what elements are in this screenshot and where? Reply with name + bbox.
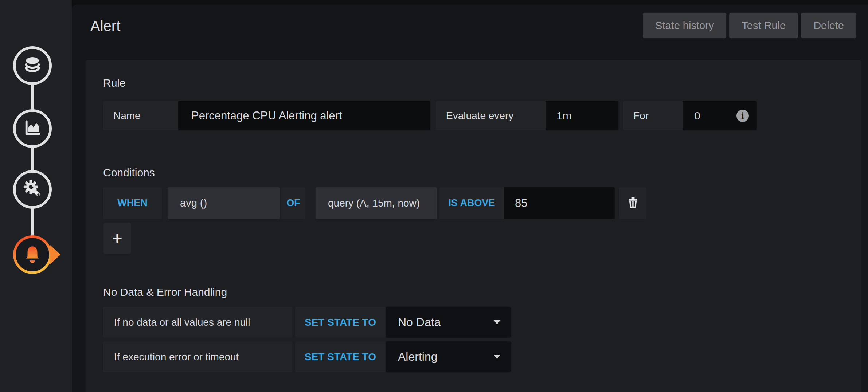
grafana-alert-editor: Alert State history Test Rule Delete Rul…: [0, 0, 868, 392]
rule-heading: Rule: [103, 77, 126, 89]
sidebar-item-alert[interactable]: [13, 235, 52, 274]
page-title: Alert: [90, 17, 120, 35]
execution-error-state-field: SET STATE TO Alerting: [295, 341, 511, 372]
for-input[interactable]: 0 i: [683, 101, 757, 130]
sidebar-item-visualization[interactable]: [13, 109, 52, 148]
query-value: query (A, 15m, now): [328, 197, 420, 209]
condition-when: WHEN: [103, 187, 162, 219]
settings-icon: [22, 178, 43, 201]
for-value: 0: [694, 110, 700, 122]
execution-error-label-text: If execution error or timeout: [114, 351, 239, 363]
for-field: For 0 i: [623, 101, 757, 130]
no-data-condition-label: If no data or all values are null: [103, 307, 292, 338]
connector-line: [31, 147, 34, 172]
is-above-keyword: IS ABOVE: [448, 197, 495, 209]
caret-down-icon: [494, 355, 500, 359]
sidebar-item-general[interactable]: [13, 170, 52, 209]
add-condition-button[interactable]: +: [103, 223, 131, 254]
trash-icon: [626, 196, 640, 210]
threshold-input[interactable]: 85: [504, 187, 615, 219]
condition-threshold-field: IS ABOVE 85: [439, 187, 615, 219]
of-keyword: OF: [286, 197, 300, 209]
execution-error-state-value: Alerting: [398, 350, 438, 364]
sidebar-item-queries[interactable]: [13, 46, 52, 85]
threshold-value: 85: [515, 197, 527, 210]
state-history-button[interactable]: State history: [643, 13, 726, 38]
when-keyword: WHEN: [117, 197, 148, 209]
connector-line: [31, 208, 34, 237]
no-data-label-text: If no data or all values are null: [114, 317, 250, 328]
evaluate-every-value: 1m: [556, 110, 572, 122]
graph-icon: [22, 118, 43, 140]
delete-button[interactable]: Delete: [801, 13, 856, 38]
name-input[interactable]: Percentage CPU Alerting alert: [178, 101, 430, 130]
panel-editor-tab-bar: [0, 0, 72, 392]
operator-dropdown[interactable]: IS ABOVE: [439, 187, 504, 219]
toolbar: State history Test Rule Delete: [643, 13, 856, 38]
evaluate-every-label: Evaluate every: [446, 110, 513, 122]
for-label: For: [633, 110, 649, 122]
name-input-value: Percentage CPU Alerting alert: [191, 109, 342, 122]
evaluate-every-input[interactable]: 1m: [546, 101, 618, 130]
execution-error-state-select[interactable]: Alerting: [386, 341, 511, 372]
no-data-heading: No Data & Error Handling: [103, 286, 227, 298]
set-state-to-keyword: SET STATE TO: [305, 351, 376, 363]
rule-name-field: Name Percentage CPU Alerting alert: [103, 101, 430, 130]
database-icon: [22, 55, 43, 77]
no-data-state-field: SET STATE TO No Data: [295, 307, 511, 338]
conditions-heading: Conditions: [103, 166, 155, 179]
name-label: Name: [113, 110, 141, 122]
connector-line: [31, 84, 34, 111]
condition-of: OF: [281, 187, 305, 219]
no-data-state-select[interactable]: No Data: [386, 307, 511, 338]
condition-aggregation-dropdown[interactable]: avg (): [168, 187, 280, 219]
delete-condition-button[interactable]: [619, 187, 646, 219]
alert-panel: Alert State history Test Rule Delete Rul…: [72, 5, 868, 392]
set-state-to-keyword: SET STATE TO: [305, 317, 376, 328]
alert-bell-icon: [23, 244, 42, 265]
aggregation-value: avg (): [180, 197, 207, 209]
evaluate-every-field: Evaluate every 1m: [436, 101, 618, 130]
execution-error-condition-label: If execution error or timeout: [103, 341, 292, 372]
info-icon[interactable]: i: [736, 110, 749, 122]
alert-config-section: Rule Name Percentage CPU Alerting alert …: [86, 60, 861, 392]
no-data-state-value: No Data: [398, 315, 441, 329]
caret-down-icon: [494, 320, 500, 324]
active-tab-pointer-icon: [50, 245, 60, 264]
test-rule-button[interactable]: Test Rule: [729, 13, 798, 38]
plus-icon: +: [113, 228, 122, 248]
condition-query-dropdown[interactable]: query (A, 15m, now): [316, 187, 437, 219]
